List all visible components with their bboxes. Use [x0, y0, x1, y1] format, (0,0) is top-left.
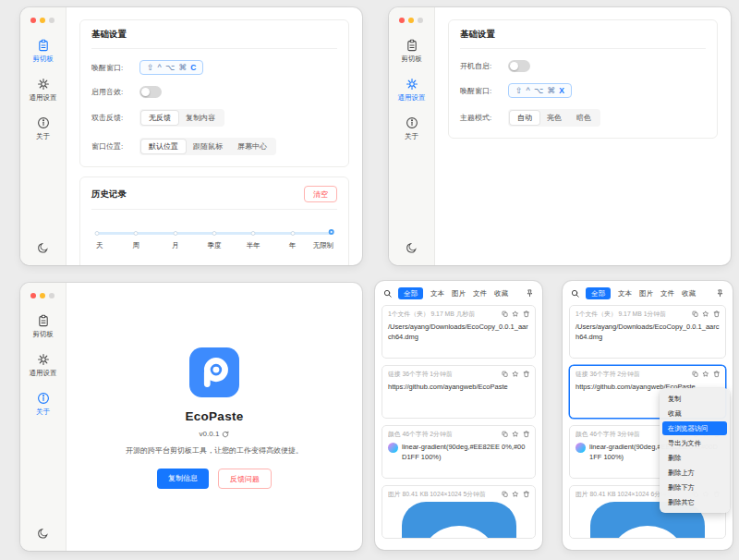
refresh-icon[interactable] — [222, 431, 229, 438]
trash-icon[interactable] — [523, 371, 530, 378]
copy-icon[interactable] — [692, 371, 699, 378]
tab-text[interactable]: 文本 — [618, 289, 632, 298]
theme-toggle-button[interactable] — [20, 242, 66, 254]
pin-button[interactable] — [716, 289, 724, 298]
menu-item-export-file[interactable]: 导出为文件 — [662, 436, 727, 450]
trash-icon[interactable] — [523, 491, 530, 498]
sidebar-item-clipboard[interactable]: 剪切板 — [32, 39, 54, 64]
search-button[interactable] — [383, 289, 392, 298]
trash-icon[interactable] — [523, 431, 530, 438]
segment-option[interactable]: 跟随鼠标 — [186, 140, 230, 153]
sound-toggle[interactable] — [139, 86, 162, 98]
wake-shortcut-field[interactable]: ⇧ ^ ⌥ ⌘ X — [508, 83, 572, 98]
copy-icon[interactable] — [502, 310, 509, 318]
tab-favorite[interactable]: 收藏 — [494, 289, 508, 298]
sidebar-item-clipboard[interactable]: 剪切板 — [401, 39, 422, 64]
star-icon[interactable] — [512, 431, 519, 438]
moon-icon — [37, 242, 49, 254]
traffic-lights — [30, 18, 55, 23]
search-button[interactable] — [571, 289, 579, 298]
copy-info-button[interactable]: 复制信息 — [157, 469, 209, 489]
history-duration-slider[interactable]: 天 周 月 季度 半年 年 无限制 — [97, 228, 332, 254]
copy-icon[interactable] — [502, 431, 509, 438]
close-button[interactable] — [30, 293, 36, 298]
sidebar-item-about[interactable]: 关于 — [36, 116, 50, 141]
tab-file[interactable]: 文件 — [473, 289, 487, 298]
basic-settings-card: 基础设置 开机自启: 唤醒窗口: ⇧ ^ ⌥ ⌘ X 主题模式: 自动 — [448, 19, 718, 139]
star-icon[interactable] — [702, 371, 709, 378]
menu-item-copy[interactable]: 复制 — [662, 392, 727, 406]
segment-option[interactable]: 默认位置 — [141, 140, 186, 153]
info-icon — [37, 116, 50, 129]
copy-icon[interactable] — [502, 371, 509, 378]
sidebar-item-general[interactable]: 通用设置 — [398, 78, 426, 103]
zoom-button[interactable] — [418, 18, 423, 23]
copy-icon[interactable] — [502, 491, 509, 498]
minimize-button[interactable] — [408, 18, 414, 23]
sidebar-item-label: 通用设置 — [398, 93, 426, 103]
sidebar-item-label: 关于 — [405, 132, 418, 141]
zoom-button[interactable] — [49, 18, 55, 23]
slider-stop[interactable] — [173, 231, 177, 236]
tab-favorite[interactable]: 收藏 — [682, 289, 696, 298]
autostart-toggle[interactable] — [508, 60, 530, 72]
slider-stop[interactable] — [134, 231, 139, 236]
segment-option[interactable]: 亮色 — [539, 111, 569, 125]
star-icon[interactable] — [702, 310, 709, 318]
copy-icon[interactable] — [692, 310, 699, 318]
sidebar-item-general[interactable]: 通用设置 — [30, 353, 57, 378]
clipboard-item-file[interactable]: 1个文件（夹） 9.17 MB 1分钟前 /Users/ayang/Downlo… — [569, 305, 726, 359]
segment-option[interactable]: 暗色 — [569, 111, 599, 125]
menu-item-delete-below[interactable]: 删除下方 — [662, 481, 727, 494]
segment-option[interactable]: 无反馈 — [141, 111, 178, 125]
menu-item-delete-above[interactable]: 删除上方 — [662, 466, 727, 480]
close-button[interactable] — [30, 18, 36, 23]
slider-handle[interactable] — [329, 229, 334, 235]
tab-image[interactable]: 图片 — [639, 289, 653, 298]
clipboard-item-image[interactable]: 图片 80.41 KB 1024×1024 5分钟前 — [382, 485, 536, 539]
clipboard-item-file[interactable]: 1个文件（夹） 9.17 MB 几秒前 /Users/ayang/Downloa… — [382, 305, 536, 359]
pin-button[interactable] — [526, 289, 534, 298]
segment-option[interactable]: 复制内容 — [178, 111, 223, 125]
feedback-button[interactable]: 反馈问题 — [218, 469, 272, 489]
slider-stop[interactable] — [212, 231, 217, 236]
slider-label: 周 — [133, 241, 140, 250]
tab-all[interactable]: 全部 — [398, 287, 423, 299]
segment-option[interactable]: 自动 — [510, 111, 539, 125]
minimize-button[interactable] — [40, 293, 45, 298]
menu-item-delete[interactable]: 删除 — [662, 451, 727, 465]
close-button[interactable] — [399, 18, 405, 23]
tab-all[interactable]: 全部 — [586, 287, 611, 299]
star-icon[interactable] — [512, 491, 519, 498]
sidebar-item-general[interactable]: 通用设置 — [30, 78, 57, 103]
sidebar-item-clipboard[interactable]: 剪切板 — [32, 314, 54, 339]
menu-item-open-in-browser[interactable]: 在浏览器访问 — [662, 421, 727, 435]
settings-sidebar: 剪切板 通用设置 关于 — [20, 7, 67, 265]
trash-icon[interactable] — [713, 310, 721, 318]
star-icon[interactable] — [512, 371, 519, 378]
sidebar-item-about[interactable]: 关于 — [405, 116, 418, 141]
trash-icon[interactable] — [713, 371, 721, 378]
zoom-button[interactable] — [49, 293, 55, 298]
theme-toggle-button[interactable] — [20, 528, 66, 540]
tab-file[interactable]: 文件 — [660, 289, 674, 298]
menu-item-delete-others[interactable]: 删除其它 — [662, 495, 727, 509]
traffic-lights — [399, 18, 423, 23]
clipboard-item-color[interactable]: 颜色 46个字符 2分钟前 linear-gradient(90deg,#EE8… — [382, 425, 536, 479]
theme-toggle-button[interactable] — [389, 242, 434, 254]
sidebar-item-label: 剪切板 — [32, 330, 54, 339]
clipboard-item-link[interactable]: 链接 36个字符 1分钟前 https://github.com/ayangwe… — [382, 365, 536, 419]
sidebar-item-about[interactable]: 关于 — [36, 392, 50, 417]
menu-item-favorite[interactable]: 收藏 — [662, 407, 727, 420]
tab-image[interactable]: 图片 — [452, 289, 466, 298]
wake-shortcut-field[interactable]: ⇧ ^ ⌥ ⌘ C — [139, 60, 203, 75]
trash-icon[interactable] — [523, 310, 530, 318]
tab-text[interactable]: 文本 — [430, 289, 444, 298]
slider-stop[interactable] — [95, 231, 100, 236]
slider-stop[interactable] — [290, 231, 295, 236]
star-icon[interactable] — [512, 310, 519, 318]
clear-history-button[interactable]: 清空 — [304, 186, 337, 202]
minimize-button[interactable] — [40, 18, 45, 23]
slider-stop[interactable] — [251, 231, 256, 236]
segment-option[interactable]: 屏幕中心 — [230, 140, 274, 153]
